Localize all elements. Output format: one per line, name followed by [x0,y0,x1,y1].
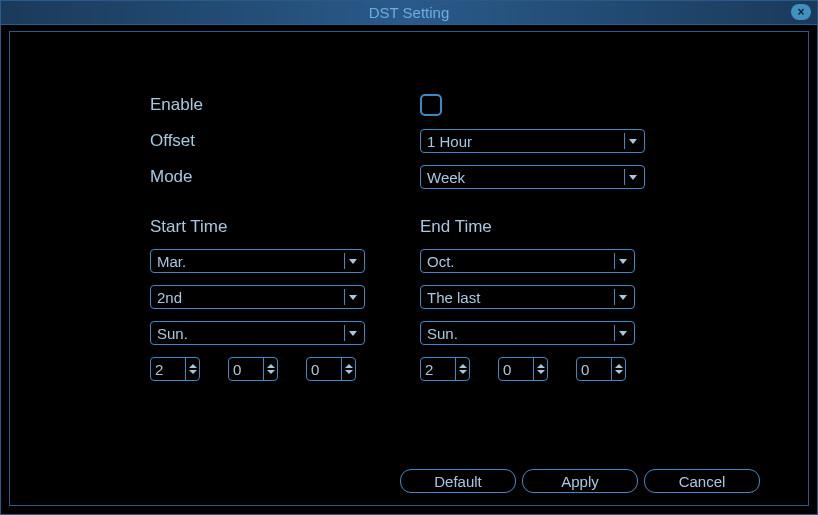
spinner-arrows-icon [185,358,199,380]
end-minute-value: 0 [499,361,533,378]
offset-row: Offset 1 Hour [150,123,808,159]
start-minute-spinner[interactable]: 0 [228,357,278,381]
start-hour-value: 2 [151,361,185,378]
end-day-select[interactable]: Sun. [420,321,635,345]
window-title: DST Setting [369,4,450,21]
week-row: 2nd The last [150,285,808,309]
spinner-arrows-icon [455,358,469,380]
chevron-down-icon [624,169,640,185]
chevron-down-icon [614,325,630,341]
offset-value: 1 Hour [427,133,472,150]
default-button[interactable]: Default [400,469,516,493]
chevron-down-icon [614,289,630,305]
start-week-value: 2nd [157,289,182,306]
end-week-select[interactable]: The last [420,285,635,309]
start-minute-value: 0 [229,361,263,378]
offset-select[interactable]: 1 Hour [420,129,645,153]
start-day-value: Sun. [157,325,188,342]
enable-label: Enable [150,95,420,115]
dst-setting-window: DST Setting × Enable Offset 1 Hour Mode [0,0,818,515]
spinner-arrows-icon [611,358,625,380]
mode-select[interactable]: Week [420,165,645,189]
titlebar: DST Setting × [1,1,817,25]
spinner-arrows-icon [263,358,277,380]
end-hour-value: 2 [421,361,455,378]
start-day-select[interactable]: Sun. [150,321,365,345]
end-second-spinner[interactable]: 0 [576,357,626,381]
mode-label: Mode [150,167,420,187]
spinner-arrows-icon [341,358,355,380]
start-second-spinner[interactable]: 0 [306,357,356,381]
apply-button[interactable]: Apply [522,469,638,493]
enable-checkbox[interactable] [420,94,442,116]
content-panel: Enable Offset 1 Hour Mode Week [9,31,809,506]
enable-row: Enable [150,87,808,123]
mode-row: Mode Week [150,159,808,195]
chevron-down-icon [344,325,360,341]
end-day-value: Sun. [427,325,458,342]
button-bar: Default Apply Cancel [400,469,760,493]
end-time-header: End Time [420,217,690,237]
end-month-select[interactable]: Oct. [420,249,635,273]
start-time-header: Start Time [150,217,420,237]
offset-label: Offset [150,131,420,151]
close-icon: × [797,5,804,19]
start-hour-spinner[interactable]: 2 [150,357,200,381]
close-button[interactable]: × [791,4,811,20]
section-headers: Start Time End Time [150,217,808,237]
chevron-down-icon [614,253,630,269]
time-row: 2 0 0 2 [150,357,808,381]
mode-value: Week [427,169,465,186]
start-time-spinners: 2 0 0 [150,357,420,381]
day-row: Sun. Sun. [150,321,808,345]
end-week-value: The last [427,289,480,306]
chevron-down-icon [624,133,640,149]
month-row: Mar. Oct. [150,249,808,273]
chevron-down-icon [344,289,360,305]
spinner-arrows-icon [533,358,547,380]
end-minute-spinner[interactable]: 0 [498,357,548,381]
start-month-select[interactable]: Mar. [150,249,365,273]
end-hour-spinner[interactable]: 2 [420,357,470,381]
start-month-value: Mar. [157,253,186,270]
chevron-down-icon [344,253,360,269]
end-second-value: 0 [577,361,611,378]
end-month-value: Oct. [427,253,455,270]
cancel-button[interactable]: Cancel [644,469,760,493]
start-week-select[interactable]: 2nd [150,285,365,309]
end-time-spinners: 2 0 0 [420,357,690,381]
start-second-value: 0 [307,361,341,378]
